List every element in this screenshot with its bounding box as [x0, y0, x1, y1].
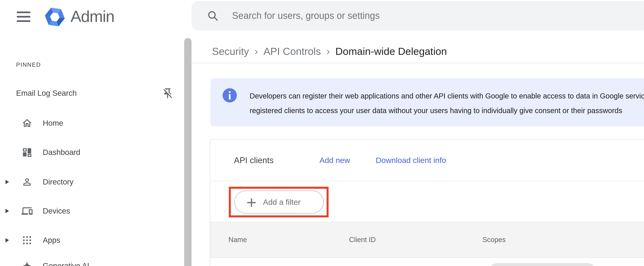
breadcrumb-api-controls[interactable]: API Controls: [264, 45, 321, 58]
google-admin-logo-icon: [44, 7, 65, 27]
sidebar-item-dashboard[interactable]: Dashboard: [0, 138, 184, 167]
plus-icon: [246, 197, 257, 208]
dashboard-icon: [22, 147, 32, 158]
sidebar-item-email-log-search[interactable]: Email Log Search: [0, 78, 184, 108]
banner-line-2: registered clients to access your user d…: [250, 103, 644, 118]
sparkle-icon: [22, 260, 32, 266]
add-filter-button[interactable]: Add a filter: [234, 190, 324, 214]
banner-text: Developers can register their web applic…: [250, 88, 644, 118]
sidebar-scrollbar[interactable]: [184, 38, 192, 266]
expand-chevron-icon[interactable]: [6, 238, 9, 242]
card-title: API clients: [234, 140, 274, 181]
expand-chevron-icon[interactable]: [6, 180, 9, 184]
search-input[interactable]: Search for users, groups or settings: [192, 1, 644, 30]
breadcrumb-security[interactable]: Security: [212, 45, 249, 58]
breadcrumb: Security › API Controls › Domain-wide De…: [212, 44, 447, 58]
table-header-row: Name Client ID Scopes: [210, 222, 644, 258]
person-icon: [22, 176, 32, 188]
apps-grid-icon: [22, 235, 32, 246]
pinned-section-label: PINNED: [16, 62, 41, 68]
home-icon: [22, 118, 32, 128]
pin-off-icon[interactable]: [162, 87, 174, 100]
download-client-info-link[interactable]: Download client info: [376, 140, 446, 181]
column-header-client-id: Client ID: [349, 222, 376, 258]
devices-icon: [22, 206, 32, 216]
sidebar-item-directory[interactable]: Directory: [0, 167, 184, 196]
search-icon: [206, 10, 219, 22]
info-banner: Developers can register their web applic…: [210, 78, 644, 126]
search-placeholder: Search for users, groups or settings: [232, 1, 380, 30]
expand-chevron-icon[interactable]: [6, 209, 9, 213]
api-clients-card: API clients Add new Download client info…: [210, 140, 644, 266]
sidebar-item-devices[interactable]: Devices: [0, 196, 184, 226]
sidebar-item-generative-ai[interactable]: Generative AI: [0, 254, 184, 266]
app-title: Admin: [70, 6, 114, 28]
breadcrumb-current-page: Domain-wide Delegation: [335, 45, 447, 58]
menu-hamburger-button[interactable]: [17, 12, 30, 22]
sidebar-item-home[interactable]: Home: [0, 108, 184, 138]
loading-skeleton-chip: [489, 263, 596, 266]
table-header-divider: [210, 258, 644, 258]
column-header-scopes: Scopes: [482, 222, 506, 258]
info-icon: [222, 88, 237, 102]
header-divider: [192, 63, 644, 63]
banner-line-1: Developers can register their web applic…: [250, 88, 644, 103]
chevron-right-icon: ›: [254, 44, 258, 58]
column-header-name: Name: [228, 222, 247, 258]
chevron-right-icon: ›: [326, 44, 330, 58]
sidebar-item-apps[interactable]: Apps: [0, 226, 184, 255]
add-filter-label: Add a filter: [263, 191, 300, 213]
add-new-link[interactable]: Add new: [320, 140, 350, 181]
card-divider: [210, 181, 644, 181]
